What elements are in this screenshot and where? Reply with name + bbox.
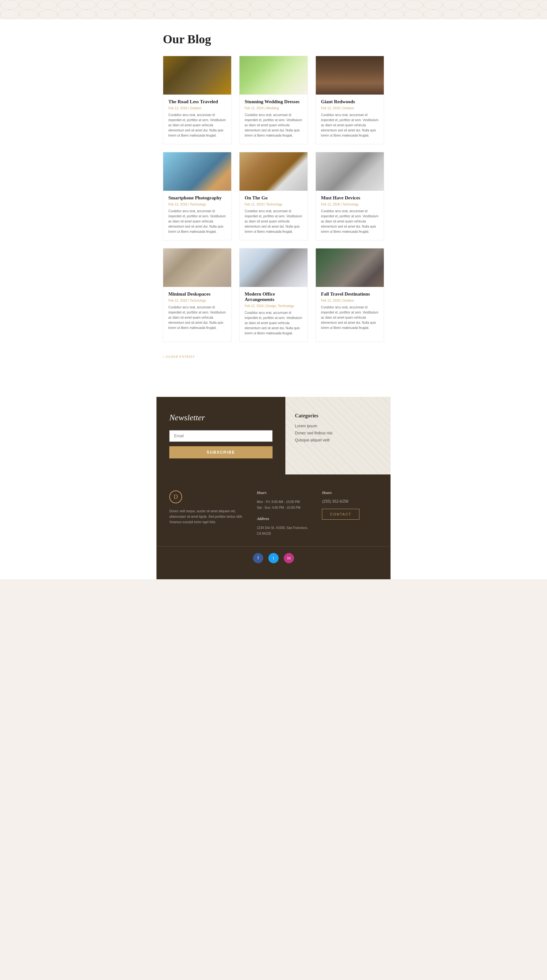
blog-card-body: Stunning Wedding Dresses Feb 12, 2018 | … — [240, 95, 307, 144]
instagram-icon[interactable]: in — [284, 553, 294, 563]
category-item[interactable]: Donec sed finibus nisi — [295, 431, 381, 435]
blog-card-body: Modern Office Arrangements Feb 12, 2018 … — [240, 287, 307, 342]
blog-card-title: Modern Office Arrangements — [245, 291, 302, 302]
blog-card-excerpt: Curabitur arcu erat, accumsan id imperdi… — [321, 113, 378, 138]
blog-card-image — [163, 248, 231, 287]
footer-hours-text: Mon - Fri: 9:00 AM - 10:00 PMSat - Sun: … — [257, 499, 313, 511]
facebook-icon[interactable]: f — [253, 553, 263, 563]
footer-address-text: 1234 Divi St. #1000, San Francisco, CA 9… — [257, 525, 313, 537]
blog-card-meta: Feb 12, 2018 | Outdoor — [321, 299, 378, 302]
blog-card-image — [240, 152, 307, 191]
blog-card-excerpt: Curabitur arcu erat, accumsan id imperdi… — [321, 209, 378, 234]
footer-social: f t in — [156, 546, 391, 570]
categories-block: Categories Lorem ipsumDonec sed finibus … — [285, 397, 391, 474]
blog-card-meta: Feb 12, 2018 | Outdoor — [169, 107, 226, 110]
footer-phone: (255) 352-6258 — [322, 499, 378, 504]
blog-card[interactable]: On The Go Feb 12, 2018 | Technology Cura… — [239, 152, 308, 240]
blog-card-title: Stunning Wedding Dresses — [245, 99, 302, 105]
blog-card-meta: Feb 12, 2018 | Outdoor — [321, 107, 378, 110]
blog-card-title: Giant Redwoods — [321, 99, 378, 105]
blog-card-excerpt: Curabitur arcu erat, accumsan id imperdi… — [169, 113, 226, 138]
blog-card-meta: Feb 12, 2018 | Wedding — [245, 107, 302, 110]
blog-card-image — [163, 152, 231, 191]
subscribe-button[interactable]: SUBSCRIBE — [169, 446, 272, 458]
footer: D Donec velit neque, auctor sit amet ali… — [156, 474, 391, 579]
blog-card-image — [240, 248, 307, 287]
blog-card-excerpt: Curabitur arcu erat, accumsan id imperdi… — [245, 310, 302, 336]
blog-card[interactable]: Smartphone Photography Feb 12, 2018 | Te… — [163, 152, 232, 240]
blog-card-title: The Road Less Traveled — [169, 99, 226, 105]
blog-card-meta: Feb 12, 2018 | Design, Technology — [245, 304, 302, 308]
blog-card-image — [163, 56, 231, 95]
newsletter-title: Newsletter — [169, 413, 272, 423]
bottom-section: Newsletter SUBSCRIBE Categories Lorem ip… — [156, 397, 391, 474]
blog-card-meta: Feb 12, 2018 | Technology — [245, 203, 302, 206]
categories-title: Categories — [295, 413, 381, 419]
footer-logo-letter: D — [174, 494, 178, 500]
blog-card[interactable]: Minimal Deskspaces Feb 12, 2018 | Techno… — [163, 248, 232, 342]
blog-card-body: On The Go Feb 12, 2018 | Technology Cura… — [240, 191, 307, 240]
blog-card-title: Minimal Deskspaces — [169, 291, 226, 297]
category-item[interactable]: Quisque aliquet velit — [295, 438, 381, 442]
contact-button[interactable]: CONTACT — [322, 509, 359, 520]
blog-card-excerpt: Curabitur arcu erat, accumsan id imperdi… — [169, 305, 226, 331]
footer-hours-line: Mon - Fri: 9:00 AM - 10:00 PM — [257, 499, 313, 505]
blog-card-body: The Road Less Traveled Feb 12, 2018 | Ou… — [163, 95, 231, 144]
top-pattern — [0, 0, 547, 19]
blog-card[interactable]: Fall Travel Destinations Feb 12, 2018 | … — [315, 248, 384, 342]
blog-card-title: Must Have Devices — [321, 195, 378, 201]
blog-card-title: Fall Travel Destinations — [321, 291, 378, 297]
blog-card-image — [316, 56, 384, 95]
email-field[interactable] — [169, 430, 272, 442]
blog-card-image — [316, 248, 384, 287]
blog-card-title: Smartphone Photography — [169, 195, 226, 201]
blog-card-excerpt: Curabitur arcu erat, accumsan id imperdi… — [245, 209, 302, 234]
footer-description: Donec velit neque, auctor sit amet aliqu… — [169, 508, 247, 525]
blog-card-meta: Feb 12, 2018 | Technology — [169, 203, 226, 206]
blog-card[interactable]: Giant Redwoods Feb 12, 2018 | Outdoor Cu… — [315, 56, 384, 144]
blog-grid: The Road Less Traveled Feb 12, 2018 | Ou… — [163, 56, 384, 342]
page-title: Our Blog — [163, 32, 384, 46]
footer-inner: D Donec velit neque, auctor sit amet ali… — [156, 490, 391, 546]
blog-card-excerpt: Curabitur arcu erat, accumsan id imperdi… — [321, 305, 378, 331]
blog-card-body: Smartphone Photography Feb 12, 2018 | Te… — [163, 191, 231, 240]
blog-card-body: Minimal Deskspaces Feb 12, 2018 | Techno… — [163, 287, 231, 336]
twitter-icon[interactable]: t — [269, 553, 278, 563]
blog-card-body: Must Have Devices Feb 12, 2018 | Technol… — [316, 191, 384, 240]
blog-card[interactable]: The Road Less Traveled Feb 12, 2018 | Ou… — [163, 56, 232, 144]
blog-card-image — [316, 152, 384, 191]
older-entries-link[interactable]: « OLDER ENTRIES — [163, 355, 195, 358]
footer-col-contact: Hours (255) 352-6258 CONTACT — [322, 490, 378, 537]
footer-hours-title-2: Hours — [322, 490, 378, 495]
blog-card-body: Fall Travel Destinations Feb 12, 2018 | … — [316, 287, 384, 336]
category-item[interactable]: Lorem ipsum — [295, 424, 381, 428]
categories-list: Lorem ipsumDonec sed finibus nisiQuisque… — [295, 424, 381, 442]
newsletter-block: Newsletter SUBSCRIBE — [156, 397, 285, 474]
main-content: Our Blog The Road Less Traveled Feb 12, … — [156, 19, 391, 397]
footer-col-hours-address: Hours Mon - Fri: 9:00 AM - 10:00 PMSat -… — [257, 490, 313, 537]
footer-address-title: Address — [257, 517, 313, 521]
footer-address-line: 1234 Divi St. #1000, San Francisco, CA 9… — [257, 525, 313, 537]
blog-card-excerpt: Curabitur arcu erat, accumsan id imperdi… — [245, 113, 302, 138]
blog-card-meta: Feb 12, 2018 | Technology — [321, 203, 378, 206]
blog-card-excerpt: Curabitur arcu erat, accumsan id imperdi… — [169, 209, 226, 234]
blog-card-body: Giant Redwoods Feb 12, 2018 | Outdoor Cu… — [316, 95, 384, 144]
blog-card[interactable]: Stunning Wedding Dresses Feb 12, 2018 | … — [239, 56, 308, 144]
blog-card[interactable]: Modern Office Arrangements Feb 12, 2018 … — [239, 248, 308, 342]
blog-card[interactable]: Must Have Devices Feb 12, 2018 | Technol… — [315, 152, 384, 240]
blog-card-meta: Feb 12, 2018 | Technology — [169, 299, 226, 302]
footer-hours-title: Hours — [257, 490, 313, 495]
footer-hours-line: Sat - Sun: 4:00 PM - 10:00 PM — [257, 505, 313, 511]
footer-logo: D — [169, 490, 182, 503]
footer-col-brand: D Donec velit neque, auctor sit amet ali… — [169, 490, 247, 537]
blog-card-title: On The Go — [245, 195, 302, 201]
blog-card-image — [240, 56, 307, 95]
